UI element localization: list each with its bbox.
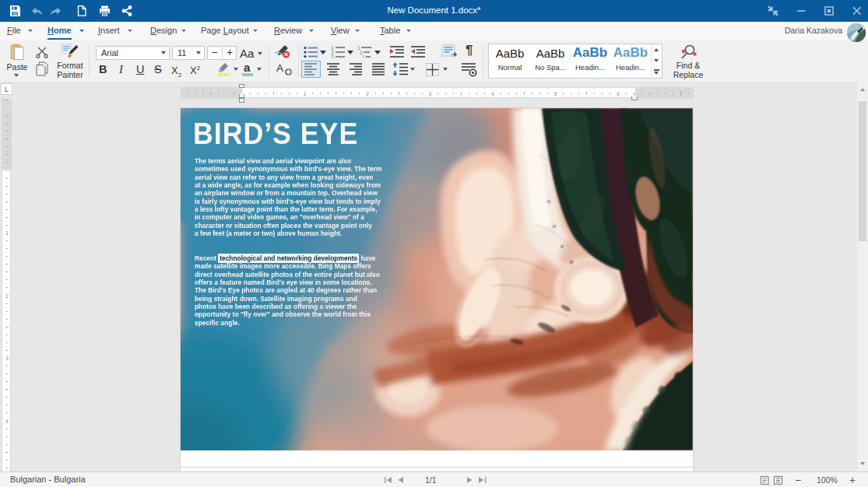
svg-text:3: 3 <box>331 54 334 59</box>
svg-text:1: 1 <box>5 230 9 236</box>
svg-text:1: 1 <box>304 91 307 96</box>
svg-text:3: 3 <box>429 91 432 96</box>
svg-text:2: 2 <box>366 91 369 96</box>
svg-text:4: 4 <box>491 91 494 96</box>
svg-text:2: 2 <box>5 293 9 299</box>
svg-text:6: 6 <box>617 91 620 96</box>
svg-text:7: 7 <box>680 91 683 96</box>
svg-text:5: 5 <box>554 91 557 96</box>
svg-text:3: 3 <box>5 356 9 361</box>
svg-text:4: 4 <box>5 419 9 424</box>
svg-text:1: 1 <box>362 54 365 59</box>
